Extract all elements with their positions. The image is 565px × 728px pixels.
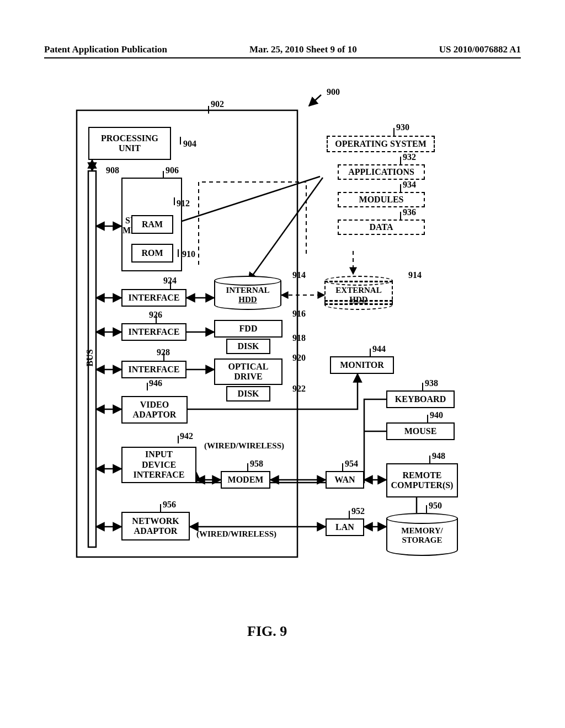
optical-drive-block: OPTICAL DRIVE: [214, 358, 282, 385]
ref-926: 926: [149, 310, 162, 320]
ref-912: 912: [177, 199, 190, 208]
video-adaptor-block: VIDEO ADAPTOR: [121, 396, 188, 424]
operating-system-block: OPERATING SYSTEM: [327, 136, 435, 152]
data-block: DATA: [338, 220, 425, 235]
keyboard-block: KEYBOARD: [386, 390, 455, 408]
ref-918: 918: [292, 333, 306, 343]
ref-914a: 914: [292, 270, 306, 280]
ref-956: 956: [163, 500, 176, 510]
mouse-block: MOUSE: [386, 422, 455, 440]
ram-block: RAM: [131, 215, 173, 234]
interface-928-block: INTERFACE: [121, 361, 186, 378]
ref-950: 950: [429, 501, 442, 511]
input-device-interface-block: INPUT DEVICE INTERFACE: [121, 447, 196, 483]
ref-948: 948: [432, 451, 445, 461]
ref-944: 944: [372, 344, 386, 354]
rom-block: ROM: [131, 244, 173, 263]
ref-920: 920: [292, 353, 306, 363]
interface-924-block: INTERFACE: [121, 289, 186, 307]
fdd-disk-block: DISK: [226, 339, 270, 354]
ref-916: 916: [292, 309, 306, 319]
applications-block: APPLICATIONS: [338, 164, 425, 180]
ref-958: 958: [250, 459, 263, 469]
ref-910: 910: [182, 249, 195, 259]
wired-wireless-input-label: (WIRED/WIRELESS): [204, 441, 284, 451]
lan-block: LAN: [326, 518, 364, 536]
ref-908: 908: [106, 165, 119, 175]
processing-unit-block: PROCESSING UNIT: [88, 127, 171, 160]
ref-954: 954: [345, 459, 358, 469]
ref-934: 934: [403, 180, 416, 190]
optical-disk-block: DISK: [226, 386, 270, 402]
fdd-block: FDD: [214, 320, 282, 338]
ref-904: 904: [183, 139, 196, 149]
wired-wireless-network-label: (WIRED/WIRELESS): [196, 529, 276, 539]
memory-storage-cylinder: MEMORY/STORAGE: [386, 513, 458, 556]
monitor-block: MONITOR: [330, 356, 394, 374]
ref-936: 936: [403, 207, 416, 217]
ref-914b: 914: [408, 270, 422, 280]
network-adaptor-block: NETWORK ADAPTOR: [121, 512, 190, 540]
interface-926-block: INTERFACE: [121, 323, 186, 341]
internal-hdd-cylinder: INTERNALHDD: [214, 276, 281, 310]
ref-940: 940: [430, 410, 443, 420]
modem-block: MODEM: [221, 471, 270, 489]
ref-900: 900: [327, 87, 340, 97]
diagram-stage: PROCESSING UNIT SYSTEM MEMORY RAM ROM IN…: [0, 0, 565, 728]
ref-922: 922: [292, 384, 306, 394]
ref-928: 928: [157, 347, 170, 357]
wan-block: WAN: [326, 471, 364, 489]
ref-942: 942: [180, 431, 193, 441]
remote-computers-block: REMOTE COMPUTER(S): [386, 463, 458, 497]
ref-946: 946: [149, 378, 162, 388]
ref-906: 906: [166, 165, 179, 175]
ref-930: 930: [396, 122, 409, 132]
ref-932: 932: [403, 152, 416, 162]
bus-label: BUS: [85, 349, 95, 366]
ref-938: 938: [425, 378, 438, 388]
figure-label: FIG. 9: [247, 623, 287, 640]
ref-902: 902: [211, 99, 224, 109]
external-hdd-cylinder: EXTERNALHDD: [324, 276, 393, 310]
modules-block: MODULES: [338, 192, 425, 207]
ref-924: 924: [163, 276, 177, 286]
ref-952: 952: [351, 506, 365, 516]
